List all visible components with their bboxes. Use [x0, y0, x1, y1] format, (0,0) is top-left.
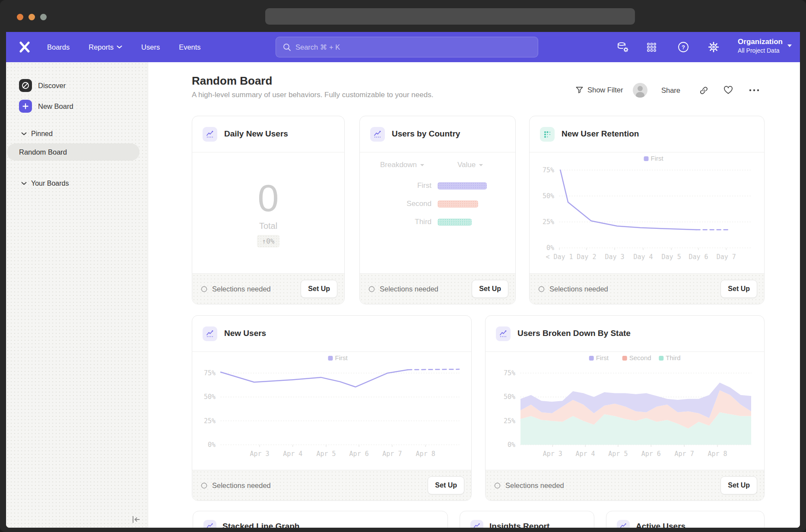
svg-text:Second: Second [629, 354, 651, 361]
app-frame: Boards Reports Users Events Search ⌘ + K [6, 32, 800, 528]
card-body: 75%50%25%0%< Day 1Day 2Day 3Day 4Day 5Da… [530, 153, 764, 273]
card-new-users: New Users 75%50%25%0%Apr 3Apr 4Apr 5Apr … [192, 315, 472, 501]
ellipsis-icon [749, 89, 760, 92]
apps-grid-icon[interactable] [645, 41, 657, 53]
org-switcher[interactable]: Organization All Project Data [738, 37, 792, 54]
chevron-down-icon [787, 44, 792, 48]
window-close-button[interactable] [17, 14, 23, 20]
retention-dots-icon [540, 127, 555, 142]
card-body: 75%50%25%0%Apr 3Apr 4Apr 5Apr 6Apr 7Apr … [486, 352, 764, 470]
status-text: Selections needed [494, 481, 564, 490]
share-button[interactable]: Share [661, 86, 680, 95]
discover-compass-icon [19, 79, 32, 92]
favorite-button[interactable] [723, 86, 733, 95]
svg-text:75%: 75% [543, 166, 554, 174]
sidebar-collapse-button[interactable] [130, 514, 142, 525]
plus-icon [19, 100, 32, 113]
mixpanel-logo-icon[interactable] [19, 41, 30, 53]
status-text: Selections needed [201, 285, 271, 293]
svg-text:0%: 0% [508, 441, 515, 449]
show-filter-button[interactable]: Show Filter [575, 86, 623, 94]
line-chart-icon [617, 520, 630, 528]
svg-text:50%: 50% [504, 393, 515, 401]
status-text: Selections needed [201, 481, 271, 490]
page-title: Random Board [192, 74, 272, 88]
set-up-button[interactable]: Set Up [720, 476, 757, 494]
svg-text:Apr 4: Apr 4 [575, 450, 595, 458]
collapse-left-icon [131, 515, 141, 524]
sidebar-item-random-board[interactable]: Random Board [7, 143, 140, 161]
nav-item-events[interactable]: Events [179, 43, 200, 51]
card-footer: Selections needed Set Up [486, 470, 764, 500]
card-footer: Selections needed Set Up [192, 273, 344, 304]
window-minimize-button[interactable] [29, 14, 35, 20]
card-new-user-retention: New User Retention 75%50%25%0%< Day 1Day… [529, 116, 765, 304]
card-footer: Selections needed Set Up [530, 273, 764, 304]
line-chart-icon [203, 520, 216, 528]
search-input[interactable]: Search ⌘ + K [276, 37, 538, 57]
by-state-chart: 75%50%25%0%Apr 3Apr 4Apr 5Apr 6Apr 7Apr … [486, 352, 764, 471]
set-up-button[interactable]: Set Up [472, 280, 508, 298]
nav-item-boards[interactable]: Boards [47, 43, 70, 51]
card-users-by-state: Users Broken Down By State 75%50%25%0%Ap… [485, 315, 765, 501]
set-up-button[interactable]: Set Up [720, 280, 757, 298]
sidebar-item-label: New Board [38, 102, 73, 111]
card-body: 0 Total ↑0% [192, 153, 344, 273]
sidebar-item-discover[interactable]: Discover [19, 79, 66, 92]
svg-text:Apr 6: Apr 6 [349, 450, 369, 458]
svg-text:First: First [651, 155, 664, 162]
sidebar-section-your-boards[interactable]: Your Boards [21, 180, 69, 187]
bar-third [438, 218, 472, 226]
value-column-dropdown[interactable]: Value [457, 161, 483, 169]
svg-text:Apr 7: Apr 7 [382, 450, 402, 458]
address-bar[interactable] [265, 8, 635, 25]
sidebar-section-pinned[interactable]: Pinned [21, 130, 53, 138]
chevron-down-icon [21, 132, 27, 136]
link-icon [699, 86, 708, 95]
help-icon[interactable]: ? [677, 41, 689, 53]
svg-text:25%: 25% [204, 417, 216, 425]
card-header: Users by Country [360, 116, 515, 152]
breakdown-column-dropdown[interactable]: Breakdown [380, 161, 425, 169]
set-up-button[interactable]: Set Up [428, 476, 464, 494]
card-header: New User Retention [530, 116, 764, 152]
set-up-button[interactable]: Set Up [301, 280, 337, 298]
card-title: Users Broken Down By State [517, 329, 631, 338]
svg-text:Apr 8: Apr 8 [708, 450, 727, 458]
svg-text:25%: 25% [543, 218, 554, 226]
data-management-icon[interactable] [617, 41, 629, 53]
card-stacked-line-graph: Stacked Line Graph [193, 511, 448, 528]
copy-link-button[interactable] [699, 86, 708, 95]
svg-text:Day 7: Day 7 [717, 253, 736, 261]
search-icon [283, 43, 291, 51]
status-circle-icon [494, 482, 501, 489]
sidebar: Discover New Board Pinned Random Board [6, 62, 148, 528]
more-options-button[interactable] [749, 89, 760, 92]
settings-gear-icon[interactable] [708, 41, 720, 53]
card-footer: Selections needed Set Up [192, 470, 471, 500]
svg-text:Apr 3: Apr 3 [250, 450, 269, 458]
card-header: Users Broken Down By State [486, 316, 764, 352]
nav-item-users[interactable]: Users [141, 43, 160, 51]
sidebar-item-new-board[interactable]: New Board [19, 100, 73, 113]
bar-second [438, 200, 478, 208]
board-main: Random Board A high-level summary of use… [148, 62, 800, 528]
card-daily-new-users: Daily New Users 0 Total ↑0% Selections n… [192, 116, 345, 304]
svg-text:50%: 50% [543, 192, 554, 200]
bar-first [438, 182, 487, 190]
nav-item-reports[interactable]: Reports [89, 43, 122, 51]
card-title: Users by Country [392, 129, 460, 139]
window-zoom-button[interactable] [40, 14, 47, 20]
card-header: Daily New Users [192, 116, 344, 152]
new-users-chart: 75%50%25%0%Apr 3Apr 4Apr 5Apr 6Apr 7Apr … [192, 352, 471, 471]
status-circle-icon [201, 482, 207, 489]
page-subtitle: A high-level summary of user behaviors. … [192, 91, 433, 99]
nav-links: Boards Reports Users Events [47, 32, 201, 62]
top-navbar: Boards Reports Users Events Search ⌘ + K [6, 32, 800, 62]
avatar[interactable] [633, 83, 647, 98]
line-chart-icon [470, 520, 483, 528]
card-body: Breakdown Value First Second Third [360, 153, 515, 273]
avatar-body [636, 92, 644, 98]
line-chart-icon [203, 127, 217, 142]
svg-text:0%: 0% [546, 244, 554, 252]
